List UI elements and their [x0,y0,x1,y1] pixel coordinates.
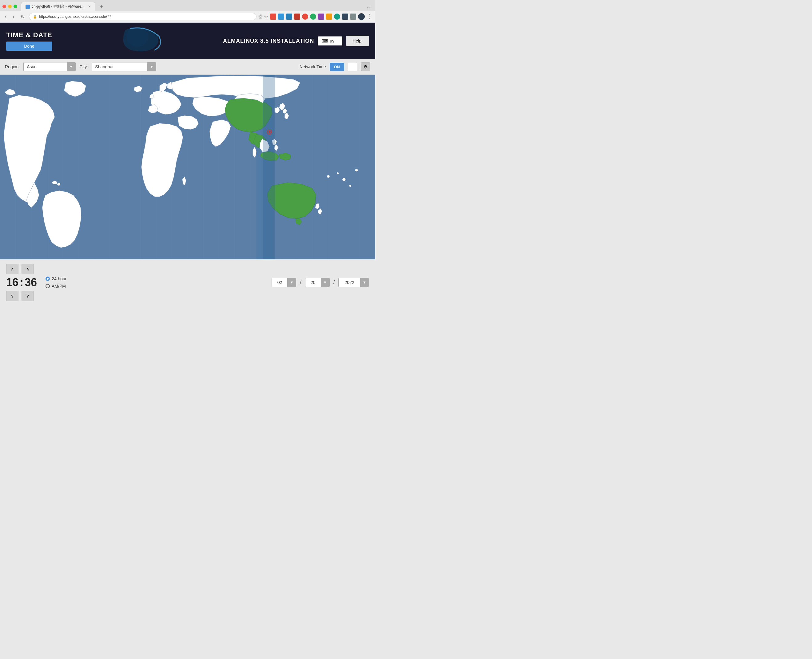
done-button[interactable]: Done [6,41,52,51]
close-button[interactable] [2,5,6,8]
svg-point-32 [337,172,338,174]
region-label: Region: [5,64,20,69]
traffic-lights [2,5,17,8]
browser-chrome: cn-py-dl-a8 - 控制台 - VMware... ✕ + ⌄ ‹ › … [0,0,375,23]
day-input[interactable] [305,278,321,287]
reload-button[interactable]: ↻ [19,13,27,20]
tab-close-icon[interactable]: ✕ [88,5,91,9]
region-input[interactable] [24,63,67,71]
minutes-value: 36 [25,276,37,289]
city-dropdown-arrow[interactable]: ▼ [147,63,156,71]
year-input[interactable] [338,278,360,287]
month-dropdown-arrow[interactable]: ▼ [287,278,296,287]
svg-point-26 [52,181,57,184]
extension-icon-3[interactable] [286,14,292,20]
extension-icon-2[interactable] [278,14,284,20]
minutes-down-button[interactable]: ∨ [22,291,34,301]
hours-value: 16 [6,276,19,289]
svg-point-27 [57,183,60,186]
year-dropdown-arrow[interactable]: ▼ [360,278,369,287]
year-dropdown[interactable]: ▼ [338,278,369,287]
header-right: ALMALINUX 8.5 INSTALLATION ⌨ us Help! [223,36,369,46]
svg-point-35 [355,169,358,171]
user-avatar[interactable] [358,13,365,20]
time-format-options: 24-hour AM/PM [46,276,66,289]
keyboard-icon: ⌨ [322,38,328,43]
extension-icon-10[interactable] [342,14,348,20]
map-svg [0,75,375,259]
day-dropdown[interactable]: ▼ [305,278,330,287]
tab-title: cn-py-dl-a8 - 控制台 - VMware... [31,4,84,9]
tab-favicon [25,5,30,9]
active-tab[interactable]: cn-py-dl-a8 - 控制台 - VMware... ✕ [21,2,95,11]
help-button[interactable]: Help! [346,36,369,46]
keyboard-lang: us [330,38,334,43]
controls-bar: Region: ▼ City: ▼ Network Time ON ⚙ [0,59,375,75]
lock-icon: 🔒 [33,15,37,19]
format-24h-option[interactable]: 24-hour [46,276,66,281]
network-time-toggle-off[interactable] [348,62,357,71]
install-title: ALMALINUX 8.5 INSTALLATION [223,38,314,44]
address-bar[interactable]: 🔒 https://esxi.yuangezhizao.cn/ui/#/cons… [29,13,257,20]
minimize-button[interactable] [8,5,12,8]
share-icon[interactable]: ⎙ [259,14,262,19]
almalinux-logo [107,27,168,55]
extension-icon-4[interactable] [294,14,300,20]
minutes-up-button[interactable]: ∧ [22,264,34,274]
region-dropdown-arrow[interactable]: ▼ [67,63,76,71]
time-up-buttons: ∧ ∧ 16 : 36 ∨ ∨ [6,264,37,301]
region-dropdown[interactable]: ▼ [24,62,76,71]
nav-bar: ‹ › ↻ 🔒 https://esxi.yuangezhizao.cn/ui/… [0,11,375,22]
time-colon: : [19,276,25,289]
day-dropdown-arrow[interactable]: ▼ [321,278,329,287]
hours-down-button[interactable]: ∨ [6,291,19,301]
svg-point-33 [342,178,345,181]
extension-icon-9[interactable] [334,14,340,20]
format-24h-radio[interactable] [46,277,50,281]
extension-icon-1[interactable] [270,14,276,20]
svg-point-31 [327,175,329,178]
app-header: TIME & DATE Done ALMALINUX 8.5 INSTALLAT… [0,23,375,59]
svg-point-34 [349,185,351,187]
network-settings-button[interactable]: ⚙ [361,63,370,71]
city-label: City: [79,64,88,69]
date-sep-2: / [332,280,336,285]
app-container: TIME & DATE Done ALMALINUX 8.5 INSTALLAT… [0,23,375,306]
extension-icon-7[interactable] [318,14,324,20]
menu-icon[interactable]: ⋮ [367,13,372,20]
add-tab-button[interactable]: + [98,3,105,10]
city-dropdown[interactable]: ▼ [92,62,156,71]
month-input[interactable] [272,278,287,287]
world-map[interactable] [0,75,375,259]
date-controls: ▼ / ▼ / ▼ [272,278,369,287]
tab-more-icon[interactable]: ⌄ [364,4,373,9]
tab-bar: cn-py-dl-a8 - 控制台 - VMware... ✕ + ⌄ [0,0,375,11]
back-button[interactable]: ‹ [3,13,8,20]
url-text: https://esxi.yuangezhizao.cn/ui/#/consol… [39,14,111,19]
header-left: TIME & DATE Done [6,31,52,51]
keyboard-button[interactable]: ⌨ us [318,36,342,46]
extension-icon-11[interactable] [350,14,356,20]
gear-icon: ⚙ [364,64,368,69]
network-time-toggle[interactable]: ON [330,63,345,71]
time-display: 16 : 36 [6,276,37,289]
svg-rect-28 [263,75,275,259]
city-input[interactable] [92,63,147,71]
format-ampm-label: AM/PM [52,284,66,289]
extension-icon-5[interactable] [302,14,308,20]
extension-icon-6[interactable] [310,14,316,20]
hours-up-button[interactable]: ∧ [6,264,19,274]
date-sep-1: / [299,280,302,285]
maximize-button[interactable] [14,5,17,8]
format-24h-label: 24-hour [52,276,66,281]
header-logo [52,27,223,55]
month-dropdown[interactable]: ▼ [272,278,296,287]
page-title: TIME & DATE [6,31,52,39]
extension-icon-8[interactable] [326,14,332,20]
bookmark-icon[interactable]: ☆ [264,14,268,20]
time-controls: ∧ ∧ 16 : 36 ∨ ∨ 24-hour AM/PM [0,259,375,306]
format-ampm-radio[interactable] [46,284,50,288]
svg-point-30 [269,131,271,133]
format-ampm-option[interactable]: AM/PM [46,284,66,289]
forward-button[interactable]: › [11,13,16,20]
